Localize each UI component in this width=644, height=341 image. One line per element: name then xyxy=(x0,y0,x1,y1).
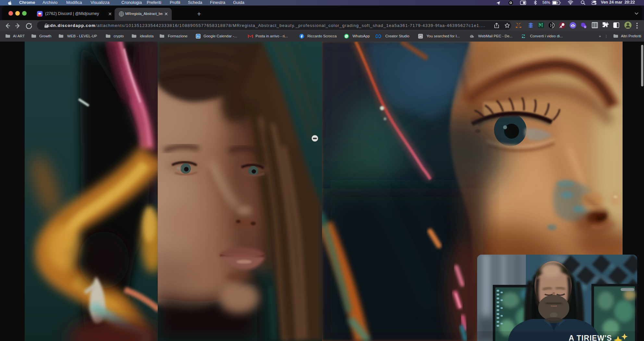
svg-text:A TIRIEW'S: A TIRIEW'S xyxy=(569,334,612,341)
svg-text:5: 5 xyxy=(584,25,586,29)
svg-text:31: 31 xyxy=(197,35,200,38)
